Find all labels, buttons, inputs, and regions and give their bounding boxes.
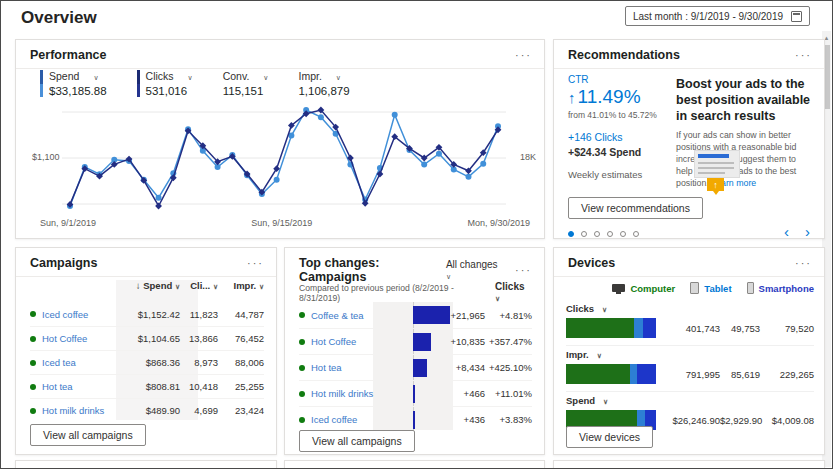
pagination-dot[interactable]: [633, 231, 639, 237]
top-changes-more-menu[interactable]: ···: [515, 266, 532, 274]
performance-card: Performance ··· Spend∨$33,185.88Clicks∨5…: [15, 39, 545, 239]
campaign-link[interactable]: Hot Coffee: [42, 333, 87, 344]
legend-smartphone[interactable]: Smartphone: [747, 282, 814, 294]
pagination-dot[interactable]: [607, 231, 613, 237]
metric-impr[interactable]: Impr.∨1,106,879: [298, 70, 349, 97]
metric-label: Clicks∨: [146, 70, 193, 82]
all-changes-dropdown[interactable]: All changes ∨: [446, 259, 503, 281]
metric-conv[interactable]: Conv.∨115,151: [223, 70, 269, 97]
campaigns-card: Campaigns ··· ↓ Spend ∨ Cli... ∨ Impr. ∨…: [15, 247, 277, 455]
top-changes-card-title: Top changes: Campaigns: [299, 256, 446, 284]
campaigns-more-menu[interactable]: ···: [247, 259, 264, 267]
view-devices-button[interactable]: View devices: [566, 426, 653, 448]
table-row: Coffee & tea+21,965+4.81%: [299, 302, 532, 328]
view-all-campaigns-button[interactable]: View all campaigns: [30, 424, 146, 446]
legend-label: Tablet: [704, 283, 731, 294]
next-chevron-icon[interactable]: ›: [805, 223, 810, 240]
performance-metrics: Spend∨$33,185.88Clicks∨531,016Conv.∨115,…: [40, 70, 350, 97]
device-value: 791,995: [662, 369, 720, 380]
table-row: Iced coffee+436+3.83%: [299, 406, 532, 432]
pagination-dot[interactable]: [581, 231, 587, 237]
metric-dropdown[interactable]: Impr.∨: [566, 349, 814, 360]
comparison-period-note: Compared to previous period (8/2/2019 - …: [299, 283, 495, 303]
device-value: 401,743: [662, 323, 720, 334]
chevron-down-icon: ∨: [259, 283, 264, 290]
column-header-clicks[interactable]: Cli... ∨: [180, 280, 218, 291]
up-arrow-icon: ↑: [568, 89, 576, 106]
legend-tablet[interactable]: Tablet: [690, 282, 731, 294]
campaign-cell: Hot tea: [30, 381, 110, 392]
change-percent: +425.10%: [485, 362, 532, 373]
campaign-link[interactable]: Hot tea: [42, 381, 73, 392]
clicks-metric-dropdown[interactable]: Clicks ∨: [495, 281, 532, 303]
campaign-cell: Iced tea: [30, 357, 110, 368]
devices-table: Clicks∨401,74349,75379,520Impr.∨791,9958…: [566, 300, 814, 437]
pagination-dot[interactable]: [568, 231, 574, 237]
metric-dropdown[interactable]: Clicks∨: [566, 303, 814, 314]
devices-more-menu[interactable]: ···: [795, 259, 812, 267]
recommendation-headline: Boost your ads to the best position avai…: [676, 76, 814, 124]
chevron-down-icon[interactable]: ∨: [188, 74, 193, 81]
view-all-campaigns-button[interactable]: View all campaigns: [299, 430, 415, 452]
metric-value: 1,106,879: [298, 85, 349, 97]
pagination-dot[interactable]: [594, 231, 600, 237]
chevron-down-icon: ∨: [602, 306, 607, 313]
pagination-dot[interactable]: [620, 231, 626, 237]
bar-segment-smartphone: [643, 318, 656, 338]
chevron-down-icon[interactable]: ∨: [336, 74, 341, 81]
change-bar: [413, 333, 431, 351]
campaign-cell: Hot milk drinks: [299, 388, 439, 399]
change-percent: +4.81%: [485, 310, 532, 321]
date-range-picker[interactable]: Last month : 9/1/2019 - 9/30/2019: [625, 6, 810, 26]
boost-arrow-icon: ↑: [707, 178, 724, 191]
metric-spend[interactable]: Spend∨$33,185.88: [40, 70, 107, 97]
change-percent: +3.83%: [485, 414, 532, 425]
performance-line-chart[interactable]: [16, 100, 546, 216]
status-dot-icon: [299, 417, 305, 423]
performance-more-menu[interactable]: ···: [515, 51, 532, 59]
change-value: +466: [439, 388, 485, 399]
campaign-link[interactable]: Hot milk drinks: [311, 388, 373, 399]
change-percent: +357.47%: [485, 336, 532, 347]
status-dot-icon: [299, 391, 305, 397]
pagination-dots: [568, 231, 639, 237]
campaign-link[interactable]: Iced coffee: [42, 309, 88, 320]
campaign-link[interactable]: Iced coffee: [311, 414, 357, 425]
metric-color-bar: [40, 70, 43, 97]
date-range-label: Last month : 9/1/2019 - 9/30/2019: [633, 11, 783, 22]
clicks-value: 10,418: [180, 381, 218, 392]
campaign-link[interactable]: Hot milk drinks: [42, 405, 104, 416]
campaign-link[interactable]: Hot tea: [311, 362, 342, 373]
view-recommendations-button[interactable]: View recommendations: [568, 197, 703, 219]
status-dot-icon: [299, 365, 305, 371]
chevron-down-icon[interactable]: ∨: [93, 74, 98, 81]
metric-clicks[interactable]: Clicks∨531,016: [137, 70, 193, 97]
ctr-range: from 41.01% to 45.72%: [568, 110, 672, 120]
status-dot-icon: [30, 408, 36, 414]
devices-card-title: Devices: [568, 256, 615, 270]
recommendation-stats: CTR ↑ 11.49% from 41.01% to 45.72% +146 …: [568, 74, 672, 180]
chevron-down-icon[interactable]: ∨: [263, 74, 268, 81]
metric-dropdown[interactable]: Spend∨: [566, 395, 814, 406]
column-header-impr[interactable]: Impr. ∨: [218, 280, 264, 291]
campaign-link[interactable]: Coffee & tea: [311, 310, 364, 321]
status-dot-icon: [30, 360, 36, 366]
carousel-pager: ‹ ›: [784, 223, 810, 240]
campaign-link[interactable]: Hot Coffee: [311, 336, 356, 347]
metric-value: 115,151: [223, 85, 269, 97]
campaign-link[interactable]: Iced tea: [42, 357, 76, 368]
metric-label: Impr.∨: [298, 70, 349, 82]
change-bar: [413, 306, 450, 324]
prev-chevron-icon[interactable]: ‹: [784, 223, 789, 240]
column-header-spend[interactable]: ↓ Spend ∨: [110, 280, 180, 291]
recommendations-more-menu[interactable]: ···: [795, 51, 812, 59]
spend-delta: +$24.34 Spend: [568, 146, 672, 158]
spend-value: $808.81: [110, 381, 180, 392]
table-row: Hot tea+8,434+425.10%: [299, 354, 532, 380]
divider: [554, 276, 824, 277]
status-dot-icon: [299, 312, 305, 318]
change-bar: [413, 385, 415, 403]
legend-computer[interactable]: Computer: [612, 283, 675, 294]
spend-value: $489.90: [110, 405, 180, 416]
divider: [554, 68, 824, 69]
